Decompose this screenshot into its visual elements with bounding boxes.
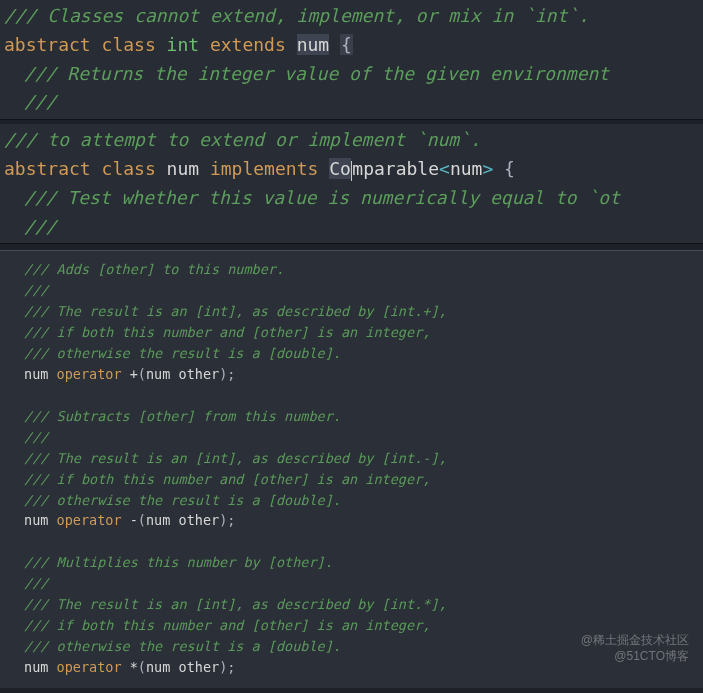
- return-type: num: [24, 512, 48, 528]
- code-line: /// The result is an [int], as described…: [0, 594, 703, 615]
- angle-close: >: [482, 158, 493, 179]
- doc-comment: /// Classes cannot extend, implement, or…: [4, 5, 589, 26]
- code-line: /// Classes cannot extend, implement, or…: [0, 2, 703, 31]
- doc-comment: /// Subtracts [other] from this number.: [24, 408, 341, 424]
- code-line: /// Returns the integer value of the giv…: [0, 60, 703, 89]
- doc-comment: /// Test whether this value is numerical…: [24, 187, 620, 208]
- blank-line: [0, 385, 703, 406]
- keyword-class: class: [102, 34, 156, 55]
- brace-open: {: [340, 34, 353, 55]
- code-line: /// Multiplies this number by [other].: [0, 552, 703, 573]
- param-type: num: [146, 512, 170, 528]
- doc-comment: ///: [24, 282, 48, 298]
- type-num: num: [297, 34, 330, 55]
- operator-symbol: -: [130, 512, 138, 528]
- code-line: /// Test whether this value is numerical…: [0, 184, 703, 213]
- paren-open: (: [138, 659, 146, 675]
- brace-open: {: [504, 158, 515, 179]
- doc-comment: /// if both this number and [other] is a…: [24, 471, 430, 487]
- doc-comment: /// Multiplies this number by [other].: [24, 554, 333, 570]
- code-line: ///: [0, 573, 703, 594]
- editor-panel-num[interactable]: /// to attempt to extend or implement `n…: [0, 124, 703, 244]
- doc-comment: /// to attempt to extend or implement `n…: [4, 129, 481, 150]
- doc-comment: /// if both this number and [other] is a…: [24, 324, 430, 340]
- keyword-operator: operator: [57, 659, 122, 675]
- doc-comment: /// Returns the integer value of the giv…: [24, 63, 609, 84]
- type-comparable-part: Co: [329, 158, 351, 179]
- param-name: other: [170, 366, 219, 382]
- paren-open: (: [138, 366, 146, 382]
- code-line: abstract class int extends num {: [0, 31, 703, 60]
- code-line: num operator +(num other);: [0, 364, 703, 385]
- type-comparable-part: mparable: [352, 158, 439, 179]
- doc-comment: /// if both this number and [other] is a…: [24, 617, 430, 633]
- generic-num: num: [450, 158, 483, 179]
- doc-comment: /// The result is an [int], as described…: [24, 596, 447, 612]
- param-type: num: [146, 659, 170, 675]
- doc-comment: /// The result is an [int], as described…: [24, 303, 447, 319]
- semicolon: ;: [227, 659, 235, 675]
- doc-comment: ///: [24, 429, 48, 445]
- editor-panel-int[interactable]: /// Classes cannot extend, implement, or…: [0, 0, 703, 120]
- keyword-abstract: abstract: [4, 34, 91, 55]
- param-name: other: [170, 659, 219, 675]
- paren-open: (: [138, 512, 146, 528]
- angle-open: <: [439, 158, 450, 179]
- code-line: /// if both this number and [other] is a…: [0, 469, 703, 490]
- doc-comment: /// The result is an [int], as described…: [24, 450, 447, 466]
- doc-comment: /// otherwise the result is a [double].: [24, 492, 341, 508]
- keyword-operator: operator: [57, 512, 122, 528]
- semicolon: ;: [227, 512, 235, 528]
- doc-comment: /// otherwise the result is a [double].: [24, 345, 341, 361]
- keyword-operator: operator: [57, 366, 122, 382]
- keyword-extends: extends: [210, 34, 286, 55]
- code-line: /// to attempt to extend or implement `n…: [0, 126, 703, 155]
- watermark-juejin: @稀土掘金技术社区: [581, 632, 689, 649]
- doc-comment: /// Adds [other] to this number.: [24, 261, 284, 277]
- code-line: ///: [0, 280, 703, 301]
- code-line: /// if both this number and [other] is a…: [0, 322, 703, 343]
- doc-comment: /// otherwise the result is a [double].: [24, 638, 341, 654]
- keyword-implements: implements: [210, 158, 318, 179]
- return-type: num: [24, 366, 48, 382]
- keyword-abstract: abstract: [4, 158, 91, 179]
- code-line: abstract class num implements Comparable…: [0, 155, 703, 184]
- operator-symbol: *: [130, 659, 138, 675]
- code-line: ///: [0, 88, 703, 117]
- watermark-51cto: @51CTO博客: [614, 648, 689, 665]
- param-type: num: [146, 366, 170, 382]
- type-int: int: [167, 34, 200, 55]
- operator-symbol: +: [130, 366, 138, 382]
- type-num: num: [167, 158, 200, 179]
- code-line: num operator -(num other);: [0, 510, 703, 531]
- code-line: num operator *(num other);: [0, 657, 703, 678]
- keyword-class: class: [102, 158, 156, 179]
- code-line: /// otherwise the result is a [double].: [0, 343, 703, 364]
- code-line: /// The result is an [int], as described…: [0, 301, 703, 322]
- blank-line: [0, 531, 703, 552]
- code-line: /// Subtracts [other] from this number.: [0, 406, 703, 427]
- param-name: other: [170, 512, 219, 528]
- doc-comment: ///: [24, 91, 57, 112]
- code-line: /// The result is an [int], as described…: [0, 448, 703, 469]
- doc-comment: ///: [24, 575, 48, 591]
- code-line: /// Adds [other] to this number.: [0, 259, 703, 280]
- editor-panel-operators[interactable]: /// Adds [other] to this number. /// ///…: [0, 250, 703, 687]
- doc-comment: ///: [24, 216, 57, 237]
- return-type: num: [24, 659, 48, 675]
- code-line: ///: [0, 427, 703, 448]
- semicolon: ;: [227, 366, 235, 382]
- code-line: ///: [0, 213, 703, 242]
- code-line: /// otherwise the result is a [double].: [0, 490, 703, 511]
